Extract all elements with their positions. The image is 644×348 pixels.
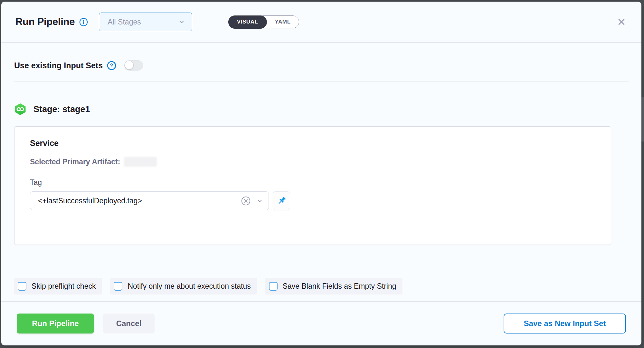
tab-visual[interactable]: VISUAL xyxy=(228,15,267,29)
pin-button[interactable] xyxy=(273,191,290,210)
selected-artifact-label: Selected Primary Artifact: xyxy=(30,158,120,166)
option-skip-preflight[interactable]: Skip preflight check xyxy=(14,278,102,295)
option-notify-only-me[interactable]: Notify only me about execution status xyxy=(110,278,257,295)
stage-label: Stage: stage1 xyxy=(33,104,90,114)
chevron-down-icon[interactable] xyxy=(256,197,263,205)
tag-label: Tag xyxy=(30,178,595,187)
option-save-blank-fields[interactable]: Save Blank Fields as Empty String xyxy=(265,278,402,295)
stage-row: Stage: stage1 xyxy=(14,103,629,116)
option-label: Notify only me about execution status xyxy=(128,282,251,291)
artifact-value-redacted xyxy=(124,157,157,167)
modal-body: Use existing Input Sets ? xyxy=(1,43,641,301)
cancel-button[interactable]: Cancel xyxy=(103,314,155,334)
option-label: Save Blank Fields as Empty String xyxy=(283,282,396,291)
options-row: Skip preflight check Notify only me abou… xyxy=(14,278,629,295)
run-pipeline-modal: Run Pipeline All Stages VISUAL YAML xyxy=(1,2,641,345)
help-icon[interactable]: ? xyxy=(107,61,116,70)
pin-icon xyxy=(277,196,287,206)
close-icon[interactable] xyxy=(616,17,627,27)
service-card: Service Selected Primary Artifact: Tag xyxy=(14,126,611,245)
tag-input-wrap xyxy=(30,191,269,210)
save-as-new-input-set-button[interactable]: Save as New Input Set xyxy=(504,314,626,334)
section-divider xyxy=(14,81,629,82)
modal-header: Run Pipeline All Stages VISUAL YAML xyxy=(1,2,641,43)
stage-select-dropdown[interactable]: All Stages xyxy=(99,13,192,31)
clear-icon[interactable] xyxy=(241,196,251,206)
tag-input[interactable] xyxy=(37,196,241,206)
stage-icon xyxy=(14,103,26,115)
svg-text:?: ? xyxy=(110,63,113,68)
use-existing-input-sets-label: Use existing Input Sets xyxy=(14,61,103,70)
checkbox-save-blank-fields[interactable] xyxy=(269,282,278,291)
checkbox-skip-preflight[interactable] xyxy=(18,282,26,291)
toggle-knob xyxy=(125,61,134,70)
info-icon[interactable] xyxy=(79,18,88,26)
stage-select-value: All Stages xyxy=(108,18,141,26)
scrollbar-thumb[interactable] xyxy=(641,97,644,142)
use-existing-input-sets-row: Use existing Input Sets ? xyxy=(14,59,629,72)
modal-footer: Run Pipeline Cancel Save as New Input Se… xyxy=(1,301,641,345)
page-title: Run Pipeline xyxy=(15,16,75,28)
selected-artifact-row: Selected Primary Artifact: xyxy=(30,157,595,167)
visual-yaml-toggle: VISUAL YAML xyxy=(228,15,299,28)
option-label: Skip preflight check xyxy=(32,282,96,291)
tag-input-row xyxy=(30,191,595,210)
input-sets-toggle[interactable] xyxy=(124,60,143,71)
run-pipeline-button[interactable]: Run Pipeline xyxy=(17,314,94,334)
tab-yaml[interactable]: YAML xyxy=(267,16,299,28)
service-title: Service xyxy=(30,139,595,148)
checkbox-notify-only-me[interactable] xyxy=(114,282,122,291)
chevron-down-icon xyxy=(178,18,185,26)
